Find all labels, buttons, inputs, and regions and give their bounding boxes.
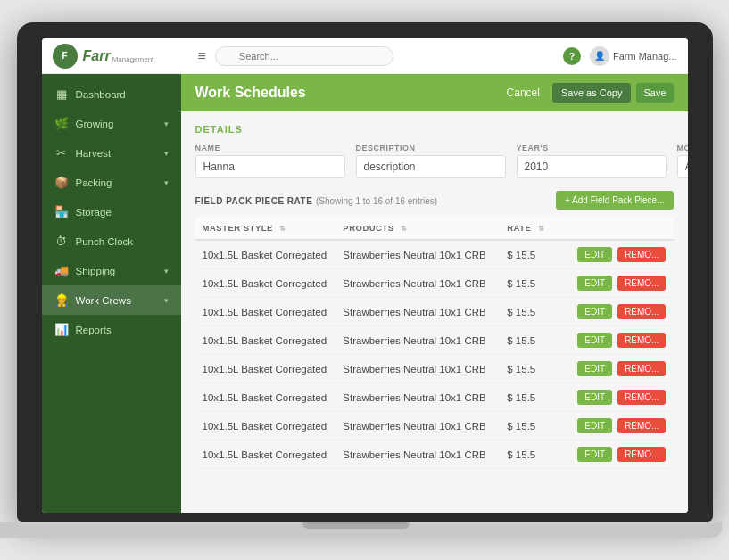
save-copy-button[interactable]: Save as Copy [552, 83, 631, 103]
cell-rate-2: $ 15.5 [500, 298, 570, 326]
sidebar-label-storage: Storage [76, 207, 112, 218]
col-header-rate: RATE ⇅ [500, 217, 570, 240]
sidebar-label-dashboard: Dashboard [76, 89, 126, 100]
hamburger-icon[interactable]: ≡ [198, 48, 206, 64]
search-wrapper [215, 46, 393, 66]
table-row: 10x1.5L Basket Corregated Strawberries N… [195, 355, 674, 383]
main-area: ▦ Dashboard 🌿 Growing ▾ ✂ Harvest ▾ � [42, 74, 688, 513]
sort-icon-rate: ⇅ [538, 225, 545, 233]
edit-button-0[interactable]: EDIT [577, 247, 612, 262]
sidebar-item-growing[interactable]: 🌿 Growing ▾ [42, 109, 181, 138]
user-area[interactable]: 👤 Farm Manag... [590, 46, 677, 66]
top-right-area: ? 👤 Farm Manag... [563, 46, 677, 66]
sidebar-label-growing: Growing [76, 119, 114, 129]
edit-button-5[interactable]: EDIT [577, 390, 612, 405]
reports-icon: 📊 [54, 323, 69, 336]
cell-products-7: Strawberries Neutral 10x1 CRB [336, 441, 500, 469]
edit-button-6[interactable]: EDIT [577, 418, 612, 433]
logo-area: F Farr Management [53, 44, 191, 69]
col-header-actions [570, 217, 673, 240]
chevron-packing: ▾ [164, 178, 169, 187]
cell-products-3: Strawberries Neutral 10x1 CRB [336, 326, 500, 355]
page-title: Work Schedules [195, 85, 306, 101]
sidebar-label-shipping: Shipping [76, 266, 116, 276]
years-input[interactable] [517, 155, 667, 178]
growing-icon: 🌿 [54, 117, 69, 130]
remove-button-0[interactable]: REMO... [617, 247, 666, 262]
table-section-label: FIELD PACK PIECE RATE [195, 196, 313, 206]
chevron-work-crews: ▾ [164, 296, 169, 305]
cell-rate-7: $ 15.5 [500, 441, 570, 469]
cell-actions-0: EDIT REMO... [570, 240, 673, 269]
form-group-name: NAME [195, 144, 345, 178]
cell-rate-1: $ 15.5 [500, 269, 570, 298]
table-row: 10x1.5L Basket Corregated Strawberries N… [195, 412, 674, 441]
remove-button-1[interactable]: REMO... [617, 276, 666, 291]
user-avatar: 👤 [590, 46, 609, 66]
sidebar-item-packing[interactable]: 📦 Packing ▾ [42, 168, 181, 197]
sidebar-label-work-crews: Work Crews [76, 295, 131, 306]
cell-products-6: Strawberries Neutral 10x1 CRB [336, 412, 500, 441]
cell-rate-5: $ 15.5 [500, 383, 570, 412]
cell-master-1: 10x1.5L Basket Corregated [195, 269, 336, 298]
edit-button-1[interactable]: EDIT [577, 276, 612, 291]
remove-button-4[interactable]: REMO... [617, 361, 666, 376]
cell-master-5: 10x1.5L Basket Corregated [195, 383, 336, 412]
cell-rate-0: $ 15.5 [500, 240, 570, 269]
cell-actions-7: EDIT REMO... [570, 441, 673, 469]
sidebar-label-punch-clock: Punch Clock [76, 236, 134, 247]
months-label: MONTH'S [677, 144, 688, 152]
cell-master-3: 10x1.5L Basket Corregated [195, 326, 336, 355]
cell-master-7: 10x1.5L Basket Corregated [195, 441, 336, 469]
sidebar-item-punch-clock[interactable]: ⏱ Punch Clock [42, 226, 181, 256]
desc-input[interactable] [356, 155, 506, 178]
punch-clock-icon: ⏱ [54, 235, 69, 248]
sidebar-item-work-crews[interactable]: 👷 Work Crews ▾ [42, 285, 181, 315]
table-count-label: (Showing 1 to 16 of 16 entries) [316, 196, 437, 206]
sidebar-item-dashboard[interactable]: ▦ Dashboard [42, 79, 181, 109]
cell-products-2: Strawberries Neutral 10x1 CRB [336, 298, 500, 326]
form-group-year: YEAR'S [517, 144, 667, 178]
sidebar-item-storage[interactable]: 🏪 Storage [42, 197, 181, 226]
form-group-desc: DESCRIPTION [356, 144, 506, 178]
remove-button-3[interactable]: REMO... [617, 333, 666, 348]
save-button[interactable]: Save [636, 83, 673, 103]
remove-button-7[interactable]: REMO... [617, 447, 666, 462]
cell-actions-2: EDIT REMO... [570, 298, 673, 326]
edit-button-3[interactable]: EDIT [577, 333, 612, 348]
remove-button-5[interactable]: REMO... [617, 390, 666, 405]
header-actions: Cancel Save as Copy Save [500, 83, 674, 103]
months-input[interactable] [677, 155, 688, 178]
packing-icon: 📦 [54, 176, 69, 189]
app-name: Farr [83, 48, 111, 64]
shipping-icon: 🚚 [54, 264, 69, 277]
table-section-title: FIELD PACK PIECE RATE (Showing 1 to 16 o… [195, 194, 438, 207]
sidebar-item-reports[interactable]: 📊 Reports [42, 315, 181, 344]
top-bar: F Farr Management ≡ ? 👤 Farm Manag... [42, 38, 688, 74]
name-input[interactable] [195, 155, 345, 178]
remove-button-2[interactable]: REMO... [617, 304, 666, 319]
sidebar-label-harvest: Harvest [76, 148, 112, 159]
edit-button-4[interactable]: EDIT [577, 361, 612, 376]
cell-products-0: Strawberries Neutral 10x1 CRB [336, 240, 500, 269]
cancel-button[interactable]: Cancel [500, 83, 547, 103]
sidebar-item-harvest[interactable]: ✂ Harvest ▾ [42, 138, 181, 168]
remove-button-6[interactable]: REMO... [617, 418, 666, 433]
cell-rate-4: $ 15.5 [500, 355, 570, 383]
search-input[interactable] [215, 46, 393, 66]
table-row: 10x1.5L Basket Corregated Strawberries N… [195, 326, 674, 355]
edit-button-7[interactable]: EDIT [577, 447, 612, 462]
cell-actions-3: EDIT REMO... [570, 326, 673, 355]
add-field-pack-button[interactable]: + Add Field Pack Piece... [556, 191, 673, 210]
col-header-products: PRODUCTS ⇅ [336, 217, 500, 240]
cell-master-4: 10x1.5L Basket Corregated [195, 355, 336, 383]
sidebar-item-shipping[interactable]: 🚚 Shipping ▾ [42, 256, 181, 285]
table-header-row: FIELD PACK PIECE RATE (Showing 1 to 16 o… [195, 191, 674, 210]
help-icon[interactable]: ? [563, 47, 581, 65]
logo-icon: F [53, 44, 78, 69]
cell-rate-3: $ 15.5 [500, 326, 570, 355]
desc-label: DESCRIPTION [356, 144, 506, 152]
edit-button-2[interactable]: EDIT [577, 304, 612, 319]
chevron-shipping: ▾ [164, 267, 169, 276]
table-row: 10x1.5L Basket Corregated Strawberries N… [195, 269, 674, 298]
